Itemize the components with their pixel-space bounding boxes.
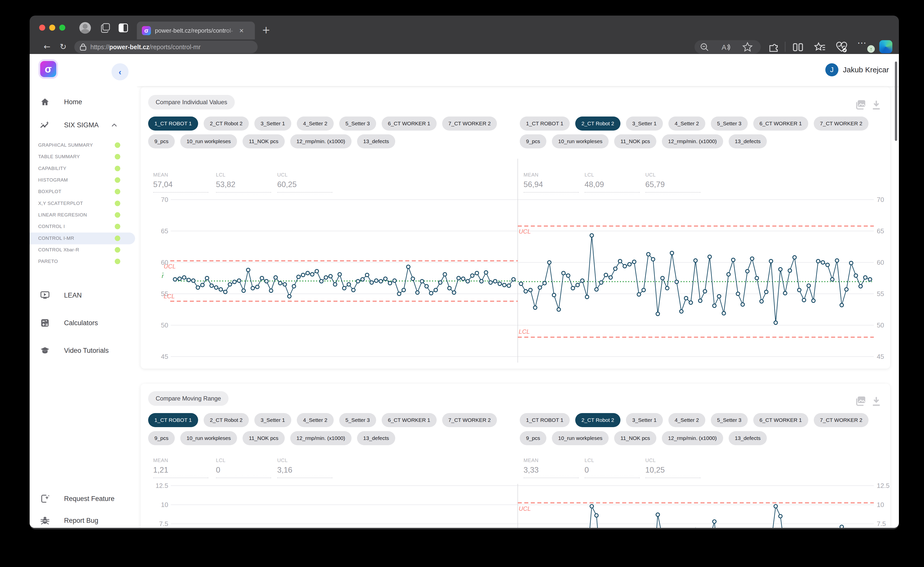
tab-close-icon[interactable]: ×: [239, 26, 244, 35]
zoom-window-button[interactable]: [59, 25, 65, 31]
chip-6-ct-worker-1[interactable]: 6_CT WORKER 1: [753, 117, 808, 130]
chip-2-ct-robot-2[interactable]: 2_CT Robot 2: [204, 117, 249, 130]
chip-2-ct-robot-2[interactable]: 2_CT Robot 2: [575, 117, 620, 130]
chip-7-ct-worker-2[interactable]: 7_CT WORKER 2: [814, 413, 869, 427]
tab-stacks-icon[interactable]: [100, 22, 111, 33]
chip-5-setter-3[interactable]: 5_Setter 3: [711, 117, 748, 130]
chip-11-nok-pcs[interactable]: 11_NOK pcs: [243, 134, 285, 148]
download-icon[interactable]: [871, 396, 881, 407]
browser-tab[interactable]: σ power-belt.cz/reports/control- ×: [137, 22, 255, 39]
chip-4-setter-2[interactable]: 4_Setter 2: [668, 413, 705, 427]
user-avatar[interactable]: J: [825, 63, 838, 76]
read-aloud-icon[interactable]: A: [721, 42, 730, 52]
copilot-icon[interactable]: [879, 40, 892, 53]
user-name[interactable]: Jakub Krejcar: [843, 66, 889, 74]
extensions-icon[interactable]: [769, 42, 780, 53]
sidebar-subitem-boxplot[interactable]: BOXPLOT: [38, 186, 135, 197]
chip-1-ct-robot-1[interactable]: 1_CT ROBOT 1: [148, 413, 198, 427]
back-button[interactable]: ←: [44, 40, 51, 54]
favorites-star-icon[interactable]: [742, 42, 753, 52]
chip-6-ct-worker-1[interactable]: 6_CT WORKER 1: [753, 413, 808, 427]
sidebar-subitem-control-xbar-r[interactable]: CONTROL Xbar-R: [38, 244, 135, 256]
chip-3-setter-1[interactable]: 3_Setter 1: [626, 117, 663, 130]
chip-12-rmp-min-x1000-[interactable]: 12_rmp/min. (x1000): [290, 431, 351, 445]
chip-9-pcs[interactable]: 9_pcs: [520, 134, 546, 148]
chip-4-setter-2[interactable]: 4_Setter 2: [297, 117, 334, 130]
sidebar-subitem-graphical-summary[interactable]: GRAPHICAL SUMMARY: [38, 140, 135, 151]
chip-1-ct-robot-1[interactable]: 1_CT ROBOT 1: [148, 117, 198, 130]
chip-13-defects[interactable]: 13_defects: [729, 431, 767, 445]
chip-12-rmp-min-x1000-[interactable]: 12_rmp/min. (x1000): [662, 134, 723, 148]
sidebar-subitem-histogram[interactable]: HISTOGRAM: [38, 174, 135, 186]
sidebar-collapse-button[interactable]: ‹: [111, 63, 129, 80]
url-bar[interactable]: https://power-belt.cz/reports/control-mr: [74, 40, 258, 53]
split-screen-icon[interactable]: [792, 42, 804, 53]
chip-10-run-workpleses[interactable]: 10_run workpleses: [552, 134, 609, 148]
chip-4-setter-2[interactable]: 4_Setter 2: [297, 413, 334, 427]
reload-button[interactable]: ↻: [60, 40, 66, 54]
sidebar-item-report-bug[interactable]: Report Bug: [40, 515, 133, 526]
sidebar-subitem-control-i[interactable]: CONTROL I: [38, 221, 135, 232]
copy-image-icon[interactable]: [855, 99, 866, 111]
chip-9-pcs[interactable]: 9_pcs: [148, 431, 175, 445]
chip-2-ct-robot-2[interactable]: 2_CT Robot 2: [204, 413, 249, 427]
chip-13-defects[interactable]: 13_defects: [357, 134, 396, 148]
sidebar-subitem-capability[interactable]: CAPABILITY: [38, 163, 135, 174]
sidebar-subitem-x-y-scatterplot[interactable]: X,Y SCATTERPLOT: [38, 198, 135, 209]
sidebar-item-home[interactable]: Home: [40, 96, 133, 108]
panel2-right-lcl-stat: LCL0: [585, 458, 640, 478]
close-window-button[interactable]: [39, 25, 45, 31]
chip-6-ct-worker-1[interactable]: 6_CT WORKER 1: [382, 413, 436, 427]
chip-7-ct-worker-2[interactable]: 7_CT WORKER 2: [442, 117, 497, 130]
sidebar-subitem-table-summary[interactable]: TABLE SUMMARY: [38, 151, 135, 162]
chip-13-defects[interactable]: 13_defects: [357, 431, 396, 445]
chip-3-setter-1[interactable]: 3_Setter 1: [626, 413, 663, 427]
chip-7-ct-worker-2[interactable]: 7_CT WORKER 2: [442, 413, 497, 427]
profile-avatar-icon[interactable]: [80, 22, 91, 34]
tab-panel-icon[interactable]: [118, 22, 129, 33]
chip-11-nok-pcs[interactable]: 11_NOK pcs: [614, 134, 656, 148]
sidebar-item-video-tutorials[interactable]: Video Tutorials: [40, 345, 133, 356]
chip-13-defects[interactable]: 13_defects: [729, 134, 767, 148]
collections-icon[interactable]: [814, 42, 826, 53]
zoom-out-icon[interactable]: [699, 42, 710, 52]
new-tab-button[interactable]: +: [262, 24, 270, 36]
chip-2-ct-robot-2[interactable]: 2_CT Robot 2: [575, 413, 620, 427]
chip-1-ct-robot-1[interactable]: 1_CT ROBOT 1: [520, 117, 570, 130]
chip-10-run-workpleses[interactable]: 10_run workpleses: [552, 431, 609, 445]
toolbar-divider: [785, 42, 785, 52]
chip-5-setter-3[interactable]: 5_Setter 3: [339, 413, 376, 427]
chip-5-setter-3[interactable]: 5_Setter 3: [339, 117, 376, 130]
chip-9-pcs[interactable]: 9_pcs: [520, 431, 546, 445]
sidebar-item-six-sigma[interactable]: SIX SIGMA: [40, 119, 133, 131]
chevron-up-icon[interactable]: [111, 122, 117, 128]
chip-9-pcs[interactable]: 9_pcs: [148, 134, 175, 148]
chip-3-setter-1[interactable]: 3_Setter 1: [254, 413, 291, 427]
chip-12-rmp-min-x1000-[interactable]: 12_rmp/min. (x1000): [290, 134, 351, 148]
sidebar-item-request-feature[interactable]: Request Feature: [40, 493, 133, 504]
chip-10-run-workpleses[interactable]: 10_run workpleses: [180, 431, 237, 445]
chip-11-nok-pcs[interactable]: 11_NOK pcs: [614, 431, 656, 445]
sidebar-item-lean[interactable]: LEAN: [40, 290, 133, 301]
sidebar-item-calculators[interactable]: Calculators: [40, 317, 133, 329]
download-icon[interactable]: [871, 100, 881, 111]
chip-6-ct-worker-1[interactable]: 6_CT WORKER 1: [382, 117, 436, 130]
chip-7-ct-worker-2[interactable]: 7_CT WORKER 2: [814, 117, 869, 130]
page-scrollbar[interactable]: [895, 62, 897, 141]
chip-4-setter-2[interactable]: 4_Setter 2: [668, 117, 705, 130]
chip-12-rmp-min-x1000-[interactable]: 12_rmp/min. (x1000): [662, 431, 723, 445]
copy-image-icon[interactable]: [855, 396, 866, 407]
sidebar-subitem-pareto[interactable]: PARETO: [38, 256, 135, 267]
svg-text:45: 45: [161, 353, 168, 360]
chip-3-setter-1[interactable]: 3_Setter 1: [254, 117, 291, 130]
sidebar-subitem-control-i-mr[interactable]: CONTROL I-MR: [38, 232, 135, 244]
more-menu-icon[interactable]: ⋯: [857, 38, 866, 48]
chip-11-nok-pcs[interactable]: 11_NOK pcs: [243, 431, 285, 445]
chip-1-ct-robot-1[interactable]: 1_CT ROBOT 1: [520, 413, 570, 427]
minimize-window-button[interactable]: [49, 25, 55, 31]
chip-10-run-workpleses[interactable]: 10_run workpleses: [180, 134, 237, 148]
sidebar-subitem-linear-regresion[interactable]: LINEAR REGRESION: [38, 209, 135, 221]
browser-essentials-icon[interactable]: [836, 41, 848, 53]
chip-5-setter-3[interactable]: 5_Setter 3: [711, 413, 748, 427]
feature-sparkle-icon: [40, 494, 50, 504]
